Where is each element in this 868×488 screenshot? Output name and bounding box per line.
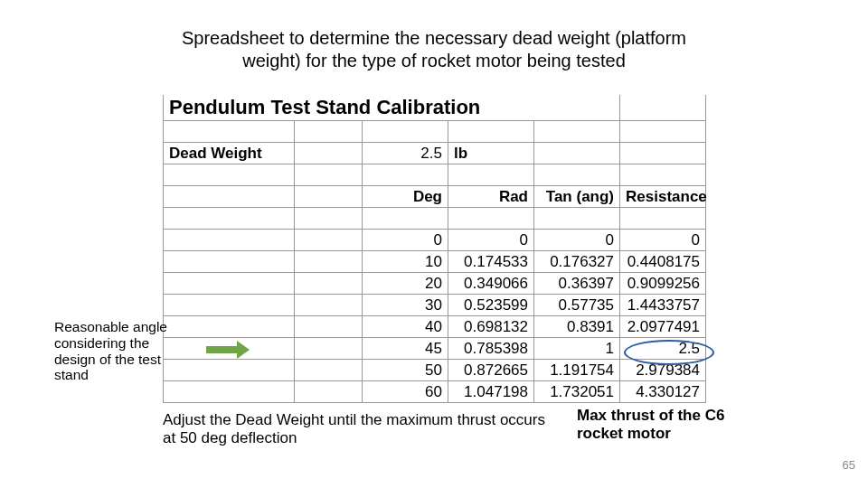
- table-row: [164, 121, 706, 143]
- bottom-left-annotation: Adjust the Dead Weight until the maximum…: [163, 411, 552, 448]
- cell-deg: 45: [363, 338, 448, 360]
- cell-res: 1.4433757: [620, 295, 706, 316]
- cell-rad: 0.785398: [448, 338, 534, 360]
- page-number: 65: [843, 458, 855, 472]
- title-line-1: Spreadsheet to determine the necessary d…: [182, 28, 686, 48]
- data-row: 10 0.174533 0.176327 0.4408175: [164, 251, 706, 273]
- cell-tan: 1: [534, 338, 620, 360]
- cell-res: 0: [620, 230, 706, 251]
- left-annotation: Reasonable angle considering the design …: [54, 319, 194, 383]
- table-row: [164, 164, 706, 186]
- col-header-rad: Rad: [448, 186, 534, 208]
- cell-deg: 40: [363, 316, 448, 338]
- cell-tan: 0.8391: [534, 316, 620, 338]
- cell-tan: 0: [534, 230, 620, 251]
- cell-deg: 60: [363, 381, 448, 403]
- col-header-res: Resistance: [620, 186, 706, 208]
- sheet-title: Pendulum Test Stand Calibration: [164, 95, 620, 121]
- cell-deg: 20: [363, 273, 448, 295]
- empty-cell: [620, 95, 706, 121]
- cell-res: 2.0977491: [620, 316, 706, 338]
- col-header-deg: Deg: [363, 186, 448, 208]
- cell-tan: 1.191754: [534, 360, 620, 381]
- table-title-row: Pendulum Test Stand Calibration: [164, 95, 706, 121]
- table-row: [164, 208, 706, 230]
- cell-deg: 0: [363, 230, 448, 251]
- data-row-highlight: 50 0.872665 1.191754 2.979384: [164, 360, 706, 381]
- cell-rad: 0.174533: [448, 251, 534, 273]
- col-header-tan: Tan (ang): [534, 186, 620, 208]
- cell-res: 0.4408175: [620, 251, 706, 273]
- slide-title: Spreadsheet to determine the necessary d…: [0, 27, 868, 72]
- cell-res: 4.330127: [620, 381, 706, 403]
- cell-rad: 0.872665: [448, 360, 534, 381]
- arrow-right-icon: [206, 343, 250, 356]
- data-row: 0 0 0 0: [164, 230, 706, 251]
- cell-rad: 1.047198: [448, 381, 534, 403]
- cell-tan: 1.732051: [534, 381, 620, 403]
- slide: Spreadsheet to determine the necessary d…: [0, 0, 868, 488]
- data-row: 20 0.349066 0.36397 0.9099256: [164, 273, 706, 295]
- bottom-right-annotation: Max thrust of the C6 rocket motor: [577, 407, 740, 444]
- dead-weight-unit: lb: [448, 143, 534, 164]
- dead-weight-row: Dead Weight 2.5 lb: [164, 143, 706, 164]
- cell-rad: 0.523599: [448, 295, 534, 316]
- cell-rad: 0: [448, 230, 534, 251]
- data-row: 30 0.523599 0.57735 1.4433757: [164, 295, 706, 316]
- cell-tan: 0.57735: [534, 295, 620, 316]
- cell-deg: 50: [363, 360, 448, 381]
- title-line-2: weight) for the type of rocket motor bei…: [242, 51, 626, 70]
- cell-rad: 0.698132: [448, 316, 534, 338]
- cell-deg: 10: [363, 251, 448, 273]
- cell-deg: 30: [363, 295, 448, 316]
- cell-tan: 0.36397: [534, 273, 620, 295]
- data-row: 60 1.047198 1.732051 4.330127: [164, 381, 706, 403]
- data-row: 40 0.698132 0.8391 2.0977491: [164, 316, 706, 338]
- cell-rad: 0.349066: [448, 273, 534, 295]
- highlight-oval-icon: [624, 340, 714, 365]
- header-row: Deg Rad Tan (ang) Resistance: [164, 186, 706, 208]
- cell-tan: 0.176327: [534, 251, 620, 273]
- dead-weight-label: Dead Weight: [164, 143, 295, 164]
- cell-res: 0.9099256: [620, 273, 706, 295]
- dead-weight-value: 2.5: [363, 143, 448, 164]
